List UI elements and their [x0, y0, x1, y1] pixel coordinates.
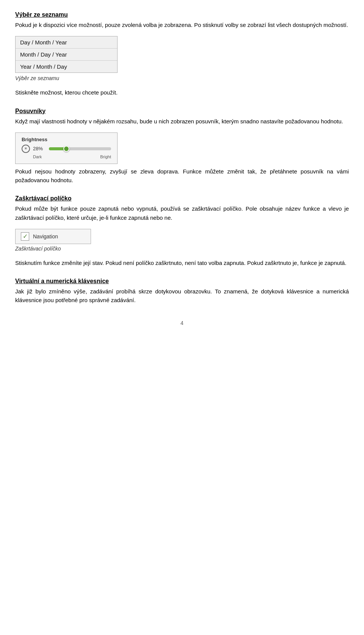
section-vyber: Výběr ze seznamu Pokud je k dispozici ví…	[15, 11, 349, 97]
brightness-label: Brightness	[22, 137, 111, 142]
checkbox-label: Navigation	[33, 233, 58, 240]
brightness-widget: Brightness ☀ 28% Dark Bright	[15, 132, 118, 164]
dropdown-item-0[interactable]: Day / Month / Year	[16, 36, 117, 49]
page-number: 4	[15, 320, 349, 326]
dropdown-caption: Výběr ze seznamu	[15, 75, 349, 81]
section-posuvniky-para1: Když mají vlastnosti hodnoty v nějakém r…	[15, 117, 349, 126]
section-posuvniky: Posuvníky Když mají vlastnosti hodnoty v…	[15, 108, 349, 185]
brightness-percent: 28%	[33, 146, 46, 151]
section-zaskrtavaci: Zaškrtávací políčko Pokud může být funkc…	[15, 195, 349, 267]
slider-track[interactable]	[49, 147, 111, 150]
dropdown-item-1[interactable]: Month / Day / Year	[16, 49, 117, 61]
brightness-scale-labels: Dark Bright	[22, 154, 111, 159]
section-klavesnice-title: Virtuální a numerická klávesnice	[15, 278, 349, 285]
section-zaskrtavaci-para2: Stisknutím funkce změníte její stav. Pok…	[15, 258, 349, 267]
section-vyber-para1: Pokud je k dispozici více možností, pouz…	[15, 20, 349, 29]
section-klavesnice: Virtuální a numerická klávesnice Jak již…	[15, 278, 349, 305]
brightness-icon: ☀	[22, 145, 30, 153]
checkbox-caption: Zaškrtávací políčko	[15, 246, 349, 252]
slider-thumb[interactable]	[63, 146, 69, 152]
dropdown-list: Day / Month / Year Month / Day / Year Ye…	[15, 36, 118, 73]
section-vyber-para2: Stiskněte možnost, kterou chcete použít.	[15, 88, 349, 97]
section-klavesnice-para1: Jak již bylo zmíněno výše, zadávání prob…	[15, 287, 349, 305]
section-zaskrtavaci-title: Zaškrtávací políčko	[15, 195, 349, 202]
brightness-row: ☀ 28%	[22, 145, 111, 153]
section-vyber-title: Výběr ze seznamu	[15, 11, 349, 18]
section-posuvniky-title: Posuvníky	[15, 108, 349, 115]
checkbox-checkmark: ✓	[21, 232, 29, 241]
checkbox-widget[interactable]: ✓ Navigation	[15, 229, 91, 244]
section-posuvniky-para2: Pokud nejsou hodnoty zobrazeny, zvyšují …	[15, 167, 349, 185]
label-dark: Dark	[33, 154, 42, 159]
dropdown-item-2[interactable]: Year / Month / Day	[16, 61, 117, 72]
label-bright: Bright	[100, 154, 111, 159]
section-zaskrtavaci-para1: Pokud může být funkce pouze zapnutá nebo…	[15, 204, 349, 222]
